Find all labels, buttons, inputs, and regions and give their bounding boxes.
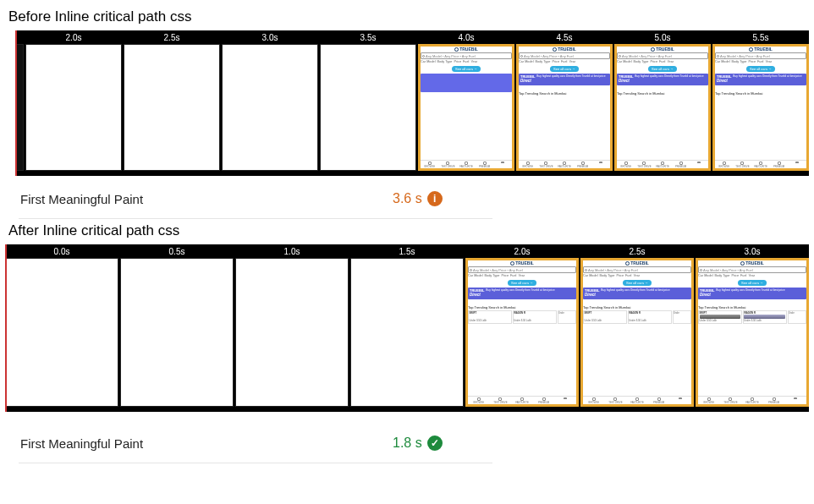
frame-empty [320, 44, 416, 171]
mini-tab: Year [470, 60, 477, 63]
frame-empty [235, 258, 349, 407]
mini-banner: TRUEBILDirect Buy highest quality cars D… [519, 74, 610, 85]
metric-row-after: First Meaningful Paint 1.8 s ✓ [20, 436, 809, 451]
divider [19, 463, 492, 463]
filmstrip-item: 4.5s TRUEBIL Any Model • Any Price • Any… [516, 30, 613, 171]
frame-empty [5, 258, 118, 407]
mini-page: TRUEBIL Any Model • Any Price • Any Fuel… [713, 45, 808, 170]
search-icon [717, 55, 719, 58]
timestamp: 4.5s [557, 30, 573, 44]
mini-search: Any Model • Any Price • Any Fuel [519, 52, 610, 59]
frame-empty [124, 44, 220, 171]
frame-empty [350, 258, 464, 407]
section-title-before: Before Inline critical path css [8, 8, 809, 25]
mini-tabs: Car ModelBody TypePriceFuelYear [519, 60, 610, 63]
timestamp: 3.0s [745, 244, 761, 258]
filmstrip-item: 1.0s [235, 244, 349, 407]
mini-logo-text: TRUEBIL [459, 47, 478, 52]
checkmark-icon: ✓ [427, 436, 443, 451]
frame-empty [25, 44, 122, 171]
filmstrip-item: 3.5s [320, 30, 416, 171]
metric-label: First Meaningful Paint [20, 192, 393, 206]
timestamp: 2.5s [630, 244, 646, 258]
mini-cards: SWIFTUnder 3.50 Lakh WAGON RUnder 3.50 L… [468, 310, 576, 324]
metric-value: 1.8 s [393, 436, 422, 451]
frame-rendered: TRUEBIL Any Model • Any Price • Any Fuel… [516, 44, 613, 171]
mini-nav-item: FAVOURITE [457, 162, 476, 168]
mini-logo: TRUEBIL [519, 47, 610, 52]
mini-tab: Fuel [463, 60, 469, 63]
timestamp: 1.5s [399, 244, 415, 258]
filmstrip-after: 0.0s 0.5s 1.0s 1.5s 2.0s TRUEBIL Any Mod… [5, 244, 809, 412]
mini-trend: Top Trending Search in Mumbai [519, 91, 610, 96]
mini-tabs: Car ModelBody TypePriceFuelYear [421, 60, 512, 63]
mini-banner-link: See all Direct cars → [519, 86, 610, 90]
filmstrip-item: 5.5s TRUEBIL Any Model • Any Price • Any… [712, 30, 809, 171]
mini-tab: Body Type [437, 60, 453, 63]
filmstrip-item: 0.5s [120, 244, 234, 407]
metric-label: First Meaningful Paint [20, 436, 393, 451]
timestamp: 0.0s [54, 244, 70, 258]
filmstrip-item: 2.5s TRUEBIL Any Model • Any Price • Any… [580, 244, 694, 407]
timestamp: 5.0s [655, 30, 671, 44]
frame-empty [222, 44, 318, 171]
timestamp: 4.0s [459, 30, 475, 44]
menu-icon [501, 162, 504, 165]
frame-rendered: TRUEBIL Any Model • Any Price • Any Fuel… [465, 258, 579, 407]
timestamp: 5.5s [753, 30, 769, 44]
timestamp: 0.5s [169, 244, 185, 258]
filmstrip-item: 2.5s [124, 30, 220, 171]
mini-tab: Car Model [421, 60, 436, 63]
search-icon [585, 269, 587, 271]
filmstrip-item: 4.0s TRUEBIL Any Model • Any Price • Any… [418, 30, 514, 171]
filmstrip-item: 1.5s [350, 244, 464, 407]
mini-page: TRUEBIL Any Model • Any Price • Any Fuel… [466, 259, 578, 406]
mini-nav: BROWSE TEST DRIVE FAVOURITE PREMIUM [519, 160, 610, 168]
timeline-marker [15, 30, 17, 176]
filmstrip-item: 5.0s TRUEBIL Any Model • Any Price • Any… [614, 30, 711, 171]
mini-search: Any Model • Any Price • Any Fuel [421, 52, 512, 59]
mini-nav-item: TEST DRIVE [439, 162, 458, 168]
mini-nav-item: PREMIUM [476, 162, 494, 168]
metric-value: 3.6 s [393, 191, 422, 206]
mini-logo: TRUEBIL [421, 47, 512, 52]
mini-page: TRUEBIL Any Model • Any Price • Any Fuel… [581, 259, 693, 406]
timestamp: 2.0s [66, 30, 82, 44]
section-before: Before Inline critical path css 2.0s 2.5… [5, 8, 809, 219]
menu-icon [599, 162, 602, 165]
mini-page: TRUEBIL Any Model • Any Price • Any Fuel… [615, 45, 710, 170]
search-icon [470, 269, 472, 271]
mini-page: TRUEBIL Any Model • Any Price • Any Fuel… [696, 259, 808, 406]
mini-see-all-btn: See all cars → [452, 66, 481, 72]
warning-icon: i [427, 191, 443, 206]
search-icon [619, 55, 621, 58]
frame-rendered: TRUEBIL Any Model • Any Price • Any Fuel… [712, 44, 809, 171]
frame-empty [120, 258, 234, 407]
timestamp: 2.0s [514, 244, 531, 258]
timestamp: 3.0s [262, 30, 278, 44]
section-after: After Inline critical path css 0.0s 0.5s… [5, 222, 809, 463]
divider [19, 218, 492, 219]
filmstrip-item: 0.0s [5, 244, 118, 407]
search-icon [520, 55, 523, 58]
frame-rendered: TRUEBIL Any Model • Any Price • Any Fuel… [614, 44, 711, 171]
mini-page: TRUEBIL Any Model • Any Price • Any Fuel… [517, 45, 612, 170]
filmstrip-before: 2.0s 2.5s 3.0s 3.5s 4.0s TRUEBIL Any Mod… [15, 30, 809, 176]
search-icon [700, 269, 702, 271]
filmstrip-item: 2.0s [25, 30, 122, 171]
section-title-after: After Inline critical path css [8, 222, 809, 239]
frame-rendered: TRUEBIL Any Model • Any Price • Any Fuel… [696, 258, 809, 407]
mini-nav-item: BROWSE [421, 162, 439, 168]
mini-banner [421, 74, 512, 92]
timeline-marker [5, 244, 7, 412]
frame-rendered: TRUEBIL Any Model • Any Price • Any Fuel… [580, 258, 694, 407]
timestamp: 3.5s [360, 30, 377, 44]
timestamp: 1.0s [284, 244, 300, 258]
mini-search-text: Any Model • Any Price • Any Fuel [426, 54, 476, 58]
metric-row-before: First Meaningful Paint 3.6 s i [20, 191, 809, 206]
mini-page: TRUEBIL Any Model • Any Price • Any Fuel… [419, 45, 514, 170]
mini-see-all-btn: See all cars → [550, 66, 579, 72]
mini-nav-item [493, 162, 512, 168]
search-icon [422, 55, 425, 58]
filmstrip-item: 3.0s [222, 30, 318, 171]
